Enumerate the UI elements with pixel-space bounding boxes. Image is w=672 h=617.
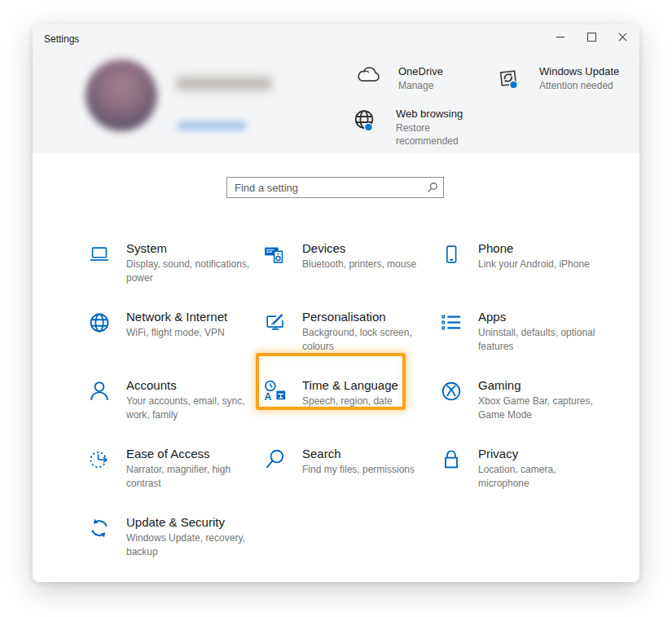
tile-title: Update & Security: [126, 515, 255, 529]
status-subtitle: Restore recommended: [396, 122, 490, 148]
apps-list-icon: [439, 311, 465, 372]
close-button[interactable]: [607, 24, 638, 49]
xbox-icon: [439, 379, 465, 440]
ease-of-access-icon: [87, 447, 113, 509]
tile-system[interactable]: System Display, sound, notifications, po…: [81, 235, 257, 303]
header: Settings OneDrive Manage: [33, 24, 639, 153]
avatar[interactable]: [86, 59, 157, 131]
tile-description: Find my files, permissions: [302, 463, 415, 477]
refresh-icon: [87, 516, 113, 577]
search-input[interactable]: [226, 177, 444, 198]
tile-title: Devices: [302, 241, 416, 255]
tile-title: Ease of Access: [126, 447, 255, 461]
tile-description: Uninstall, defaults, optional features: [478, 326, 607, 353]
status-title: Windows Update: [539, 65, 634, 77]
globe-icon: [87, 311, 113, 372]
person-icon: [87, 379, 113, 440]
devices-icon: [263, 242, 289, 303]
tile-description: Display, sound, notifications, power: [126, 258, 255, 284]
titlebar: Settings: [33, 24, 639, 49]
tile-personalisation[interactable]: Personalisation Background, lock screen,…: [257, 303, 433, 372]
tile-title: Privacy: [478, 447, 607, 461]
maximize-icon: [587, 33, 596, 42]
close-icon: [618, 33, 627, 42]
laptop-icon: [87, 242, 113, 303]
tile-title: Search: [302, 447, 415, 461]
tile-title: Personalisation: [302, 310, 431, 324]
window-title: Settings: [44, 33, 79, 45]
window-controls: [545, 24, 638, 49]
tile-description: WiFi, flight mode, VPN: [126, 326, 227, 340]
status-web-browsing[interactable]: Web browsing Restore recommended: [352, 108, 490, 148]
minimize-button[interactable]: [545, 24, 576, 49]
phone-icon: [439, 242, 465, 303]
globe-badge-icon: [352, 108, 380, 134]
tile-accounts[interactable]: Accounts Your accounts, email, sync, wor…: [81, 372, 257, 440]
status-title: Web browsing: [396, 108, 490, 120]
tile-update-security[interactable]: Update & Security Windows Update, recove…: [81, 509, 257, 577]
tile-description: Windows Update, recovery, backup: [126, 531, 255, 558]
tile-description: Narrator, magnifier, high contrast: [126, 463, 255, 490]
tile-title: Time & Language: [302, 378, 398, 392]
user-account-link-blurred[interactable]: [178, 121, 246, 130]
settings-grid: System Display, sound, notifications, po…: [81, 235, 609, 577]
status-subtitle: Attention needed: [539, 80, 634, 93]
user-name-blurred: [176, 77, 272, 90]
search-box: [226, 177, 444, 198]
tile-description: Speech, region, date: [302, 394, 398, 408]
status-windows-update[interactable]: Windows Update Attention needed: [495, 65, 634, 93]
clock-language-icon: A: [263, 379, 289, 440]
magnifier-icon: [263, 447, 289, 509]
personalisation-icon: [263, 311, 289, 372]
tile-title: System: [126, 241, 255, 255]
settings-window: Settings OneDrive Manage: [33, 24, 639, 582]
tile-description: Background, lock screen, colours: [302, 326, 431, 353]
tile-description: Location, camera, microphone: [478, 463, 607, 490]
tile-title: Network & Internet: [126, 310, 227, 324]
tile-description: Your accounts, email, sync, work, family: [126, 394, 255, 421]
svg-text:A: A: [264, 391, 271, 403]
cloud-icon: [354, 65, 382, 85]
status-onedrive[interactable]: OneDrive Manage: [354, 65, 493, 93]
tile-devices[interactable]: Devices Bluetooth, printers, mouse: [257, 235, 433, 303]
tile-title: Gaming: [478, 378, 607, 392]
tile-title: Phone: [478, 241, 590, 255]
tile-search[interactable]: Search Find my files, permissions: [257, 440, 433, 509]
tile-network-internet[interactable]: Network & Internet WiFi, flight mode, VP…: [81, 303, 257, 372]
status-subtitle: Manage: [398, 80, 493, 93]
tile-description: Link your Android, iPhone: [478, 258, 590, 271]
tile-description: Xbox Game Bar, captures, Game Mode: [478, 394, 607, 421]
minimize-icon: [556, 37, 564, 37]
tile-phone[interactable]: Phone Link your Android, iPhone: [433, 235, 609, 303]
status-title: OneDrive: [398, 65, 493, 77]
tile-description: Bluetooth, printers, mouse: [302, 258, 416, 271]
tile-title: Apps: [478, 310, 607, 324]
tile-title: Accounts: [126, 378, 255, 392]
settings-home: System Display, sound, notifications, po…: [33, 153, 639, 582]
tile-apps[interactable]: Apps Uninstall, defaults, optional featu…: [433, 303, 609, 372]
search-icon: [427, 182, 438, 193]
tile-gaming[interactable]: Gaming Xbox Game Bar, captures, Game Mod…: [433, 372, 609, 440]
tile-ease-of-access[interactable]: Ease of Access Narrator, magnifier, high…: [81, 440, 257, 509]
tile-privacy[interactable]: Privacy Location, camera, microphone: [433, 440, 609, 509]
lock-icon: [439, 447, 465, 509]
maximize-button[interactable]: [576, 24, 607, 49]
sync-badge-icon: [495, 65, 523, 91]
tile-time-language[interactable]: A Time & Language Speech, region, date: [257, 372, 433, 440]
